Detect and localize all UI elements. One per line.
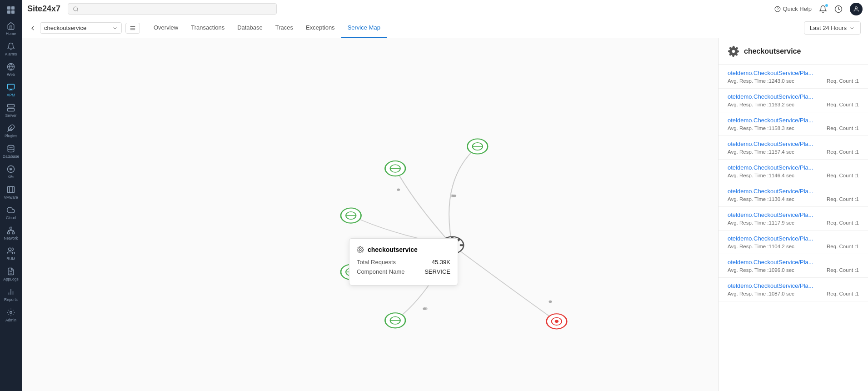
sidebar-item-apm[interactable]: APM bbox=[0, 80, 22, 100]
right-panel-title: checkoutservice bbox=[744, 47, 801, 55]
tab-exceptions[interactable]: Exceptions bbox=[299, 18, 341, 38]
sidebar-item-applogs[interactable]: AppLogs bbox=[0, 265, 22, 284]
right-panel-list-item[interactable]: oteldemo.CheckoutService/Pla... Avg. Res… bbox=[718, 136, 868, 160]
k8s-icon bbox=[7, 165, 15, 173]
node-top bbox=[467, 139, 488, 154]
sidebar-apps-menu[interactable] bbox=[0, 4, 22, 16]
home-icon bbox=[7, 22, 15, 30]
tooltip-value-component: SERVICE bbox=[424, 268, 450, 275]
tab-database[interactable]: Database bbox=[231, 18, 269, 38]
rpi-title: oteldemo.CheckoutService/Pla... bbox=[728, 259, 859, 266]
logo-site: Site bbox=[27, 4, 42, 13]
sidebar-item-admin[interactable]: Admin bbox=[0, 306, 22, 325]
notifications-button[interactable] bbox=[819, 5, 827, 13]
rpi-title: oteldemo.CheckoutService/Pla... bbox=[728, 93, 859, 100]
quick-help-link[interactable]: Quick Help bbox=[774, 5, 812, 12]
right-panel-list-item[interactable]: oteldemo.CheckoutService/Pla... Avg. Res… bbox=[718, 183, 868, 207]
service-name: checkoutservice bbox=[44, 25, 86, 31]
sidebar-item-web[interactable]: Web bbox=[0, 60, 22, 80]
database-icon bbox=[7, 145, 15, 153]
sidebar-item-home[interactable]: Home bbox=[0, 19, 22, 39]
rpi-req-count: Req. Count :1 bbox=[827, 125, 859, 131]
search-box[interactable] bbox=[68, 3, 277, 15]
sidebar-plugins-label: Plugins bbox=[5, 134, 17, 138]
right-panel-list-item[interactable]: oteldemo.CheckoutService/Pla... Avg. Res… bbox=[718, 160, 868, 183]
right-panel-list-item[interactable]: oteldemo.CheckoutService/Pla... Avg. Res… bbox=[718, 65, 868, 89]
rpi-title: oteldemo.CheckoutService/Pla... bbox=[728, 188, 859, 195]
svg-rect-15 bbox=[8, 186, 15, 193]
hamburger-button[interactable] bbox=[125, 23, 140, 34]
rpi-avg-resp: Avg. Resp. Time :1243.0 sec bbox=[728, 78, 794, 84]
sidebar-applogs-label: AppLogs bbox=[3, 277, 19, 281]
sidebar-admin-label: Admin bbox=[5, 318, 16, 322]
notification-dot bbox=[825, 4, 828, 7]
svg-rect-17 bbox=[8, 232, 10, 234]
location-icon bbox=[774, 6, 781, 12]
rpi-avg-resp: Avg. Resp. Time :1087.0 sec bbox=[728, 291, 794, 296]
apm-icon bbox=[7, 83, 15, 91]
map-svg bbox=[22, 38, 718, 391]
rpi-title: oteldemo.CheckoutService/Pla... bbox=[728, 211, 859, 218]
tooltip-title: checkoutservice bbox=[368, 246, 418, 253]
rpi-meta: Avg. Resp. Time :1158.3 sec Req. Count :… bbox=[728, 125, 859, 131]
back-button[interactable] bbox=[29, 25, 36, 32]
sidebar-item-server[interactable]: Server bbox=[0, 101, 22, 120]
svg-rect-16 bbox=[12, 232, 15, 234]
svg-point-19 bbox=[9, 248, 11, 251]
right-panel-list-item[interactable]: oteldemo.CheckoutService/Pla... Avg. Res… bbox=[718, 89, 868, 112]
rpi-avg-resp: Avg. Resp. Time :1096.0 sec bbox=[728, 267, 794, 273]
right-panel-list-item[interactable]: oteldemo.CheckoutService/Pla... Avg. Res… bbox=[718, 278, 868, 301]
right-panel-list-item[interactable]: oteldemo.CheckoutService/Pla... Avg. Res… bbox=[718, 112, 868, 136]
tab-transactions[interactable]: Transactions bbox=[185, 18, 231, 38]
sidebar-network-label: Network bbox=[4, 236, 18, 241]
rpi-meta: Avg. Resp. Time :1146.4 sec Req. Count :… bbox=[728, 173, 859, 178]
tooltip-label-requests: Total Requests bbox=[357, 259, 396, 266]
sidebar-item-alarms[interactable]: Alarms bbox=[0, 40, 22, 59]
tooltip-value-requests: 45.39K bbox=[432, 259, 450, 266]
rpi-avg-resp: Avg. Resp. Time :1117.9 sec bbox=[728, 220, 794, 226]
sidebar-rum-label: RUM bbox=[6, 256, 15, 261]
user-avatar[interactable] bbox=[850, 3, 863, 15]
sidebar-item-database[interactable]: Database bbox=[0, 142, 22, 161]
svg-rect-46 bbox=[460, 244, 464, 246]
rpi-req-count: Req. Count :1 bbox=[827, 267, 859, 273]
search-input[interactable] bbox=[81, 5, 272, 12]
logo-rest: 24x7 bbox=[42, 4, 60, 13]
reports-icon bbox=[7, 288, 15, 296]
sidebar-server-label: Server bbox=[5, 113, 16, 118]
right-panel-list-item[interactable]: oteldemo.CheckoutService/Pla... Avg. Res… bbox=[718, 231, 868, 254]
tab-service-map[interactable]: Service Map bbox=[341, 18, 387, 38]
sidebar-item-cloud[interactable]: Cloud bbox=[0, 203, 22, 223]
node-tooltip: checkoutservice Total Requests 45.39K Co… bbox=[349, 238, 458, 286]
sidebar-item-k8s[interactable]: K8s bbox=[0, 162, 22, 182]
admin-icon bbox=[7, 308, 15, 316]
tab-overview[interactable]: Overview bbox=[147, 18, 185, 38]
svg-rect-4 bbox=[8, 105, 15, 107]
sidebar-item-plugins[interactable]: Plugins bbox=[0, 121, 22, 141]
service-map-canvas[interactable]: checkoutservice Total Requests 45.39K Co… bbox=[22, 38, 718, 391]
rpi-req-count: Req. Count :1 bbox=[827, 291, 859, 296]
sidebar-home-label: Home bbox=[6, 31, 16, 36]
sidebar-item-network[interactable]: Network bbox=[0, 224, 22, 243]
time-range-selector[interactable]: Last 24 Hours bbox=[804, 21, 861, 35]
right-panel-list-item[interactable]: oteldemo.CheckoutService/Pla... Avg. Res… bbox=[718, 254, 868, 278]
sidebar-k8s-label: K8s bbox=[8, 175, 15, 179]
sidebar-item-reports[interactable]: Reports bbox=[0, 285, 22, 305]
user-icon bbox=[853, 6, 859, 12]
tab-traces[interactable]: Traces bbox=[269, 18, 299, 38]
alarms-icon bbox=[7, 42, 15, 50]
sidebar-item-vmware[interactable]: VMware bbox=[0, 183, 22, 202]
back-arrow-icon bbox=[29, 25, 36, 32]
right-panel-list: oteldemo.CheckoutService/Pla... Avg. Res… bbox=[718, 65, 868, 391]
rpi-meta: Avg. Resp. Time :1130.4 sec Req. Count :… bbox=[728, 196, 859, 202]
rpi-meta: Avg. Resp. Time :1243.0 sec Req. Count :… bbox=[728, 78, 859, 84]
quick-help-label: Quick Help bbox=[783, 5, 812, 12]
rpi-req-count: Req. Count :1 bbox=[827, 173, 859, 178]
rpi-avg-resp: Avg. Resp. Time :1146.4 sec bbox=[728, 173, 794, 178]
right-panel-list-item[interactable]: oteldemo.CheckoutService/Pla... Avg. Res… bbox=[718, 207, 868, 231]
vmware-icon bbox=[7, 185, 15, 194]
right-panel: checkoutservice oteldemo.CheckoutService… bbox=[718, 38, 868, 391]
clock-button[interactable] bbox=[834, 5, 843, 13]
sidebar-item-rum[interactable]: RUM bbox=[0, 244, 22, 264]
service-selector[interactable]: checkoutservice bbox=[40, 22, 122, 34]
